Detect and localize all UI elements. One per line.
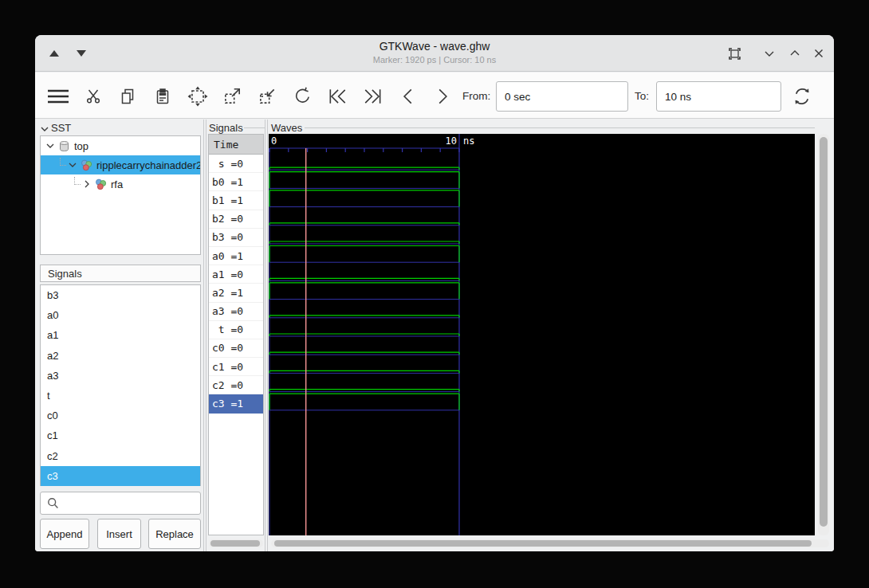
waves-hscrollbar[interactable] <box>271 539 829 547</box>
sst-expander-icon[interactable] <box>40 125 49 133</box>
reload-icon[interactable] <box>791 85 813 108</box>
module-spheres-icon <box>95 178 107 190</box>
waves-vscrollbar[interactable] <box>818 134 829 535</box>
from-input[interactable] <box>496 81 628 112</box>
expander-down-icon[interactable] <box>68 160 77 170</box>
maximize-icon[interactable] <box>786 45 804 62</box>
value-row-b1[interactable]: b1 =1 <box>209 191 263 210</box>
tree-node-ripplecarrychainadder20[interactable]: ripplecarrychainadder20 <box>41 155 200 174</box>
copy-icon[interactable] <box>116 85 139 108</box>
signal-list-item-a2[interactable]: a2 <box>41 346 200 366</box>
value-row-b3[interactable]: b3 =0 <box>209 229 263 247</box>
values-panel: Time s =0b0 =1b1 =1b2 =0b3 =0a0 =1a1 =0a… <box>208 134 264 535</box>
prev-edge-icon[interactable] <box>397 85 419 108</box>
signal-list-item-c3[interactable]: c3 <box>41 466 200 486</box>
values-hscrollbar[interactable] <box>209 539 263 547</box>
timeline-end-label: 10 <box>446 135 457 147</box>
goto-start-icon[interactable] <box>326 85 348 108</box>
zoom-in-icon[interactable] <box>221 85 243 108</box>
sst-tree: topripplecarrychainadder20rfa <box>40 135 201 255</box>
values-hscrollbar-thumb[interactable] <box>210 540 260 547</box>
window-title: GTKWave - wave.ghw <box>35 40 834 53</box>
timeline-start-label: 0 <box>271 135 277 147</box>
append-button[interactable]: Append <box>40 519 89 549</box>
waves-frame-line <box>305 127 815 128</box>
value-row-s[interactable]: s =0 <box>209 155 263 173</box>
waveform-plot: 010ns <box>269 134 815 535</box>
signal-list-item-b3[interactable]: b3 <box>41 285 200 305</box>
signal-list-item-a1[interactable]: a1 <box>41 325 200 345</box>
value-row-a1[interactable]: a1 =0 <box>209 265 263 284</box>
values-panel-label: Signals <box>209 122 243 134</box>
main-area: SST topripplecarrychainadder20rfa Signal… <box>35 120 834 551</box>
tree-node-label: top <box>74 140 88 152</box>
value-row-t[interactable]: t =0 <box>209 321 263 339</box>
signal-list-item-a0[interactable]: a0 <box>41 305 200 325</box>
next-edge-icon[interactable] <box>431 85 454 108</box>
tree-node-top[interactable]: top <box>41 136 200 155</box>
waves-panel-label: Waves <box>271 122 302 134</box>
waves-vscrollbar-thumb[interactable] <box>820 137 828 527</box>
to-label: To: <box>635 90 649 102</box>
value-row-c1[interactable]: c1 =0 <box>209 358 263 376</box>
sst-label: SST <box>51 122 71 134</box>
value-rows: s =0b0 =1b1 =1b2 =0b3 =0a0 =1a1 =0a2 =1a… <box>209 155 263 414</box>
splitter-right[interactable] <box>265 120 265 551</box>
signal-list-item-t[interactable]: t <box>41 386 200 406</box>
tree-node-label: rfa <box>111 178 123 190</box>
value-row-a2[interactable]: a2 =1 <box>209 284 263 302</box>
signal-list-item-c2[interactable]: c2 <box>41 446 200 466</box>
to-input[interactable] <box>656 81 781 112</box>
signals-list: b3a0a1a2a3tc0c1c2c3 <box>40 284 201 486</box>
close-icon[interactable] <box>810 45 828 62</box>
value-row-a3[interactable]: a3 =0 <box>209 303 263 321</box>
tree-node-rfa[interactable]: rfa <box>41 174 200 194</box>
tree-guide-line <box>74 177 81 185</box>
zoom-out-icon[interactable] <box>256 85 278 108</box>
value-row-b0[interactable]: b0 =1 <box>209 173 263 191</box>
fit-window-icon[interactable] <box>725 45 743 62</box>
signal-list-item-c1[interactable]: c1 <box>41 425 200 445</box>
value-row-c2[interactable]: c2 =0 <box>209 376 263 394</box>
undo-icon[interactable] <box>290 85 313 108</box>
marker-cursor-status: Marker: 1920 ps | Cursor: 10 ns <box>35 55 834 65</box>
cut-icon[interactable] <box>82 85 104 108</box>
toolbar: From: To: <box>35 73 834 119</box>
menu-icon[interactable] <box>45 85 72 108</box>
zoom-fit-icon[interactable] <box>187 85 209 108</box>
search-input[interactable] <box>40 492 201 515</box>
splitter-left-line2 <box>206 120 206 551</box>
tree-node-label: ripplecarrychainadder20 <box>96 159 200 171</box>
signal-list-item-a3[interactable]: a3 <box>41 366 200 386</box>
insert-button[interactable]: Insert <box>97 519 141 549</box>
value-row-c0[interactable]: c0 =0 <box>209 339 263 358</box>
timeline-unit-label: ns <box>463 135 474 147</box>
value-row-a0[interactable]: a0 =1 <box>209 247 263 265</box>
expander-down-icon[interactable] <box>45 141 55 151</box>
tree-guide-line <box>60 158 66 166</box>
value-row-c3[interactable]: c3 =1 <box>209 394 263 413</box>
expander-right-icon[interactable] <box>82 179 92 189</box>
goto-end-icon[interactable] <box>362 85 384 108</box>
value-row-b2[interactable]: b2 =0 <box>209 210 263 229</box>
splitter-left[interactable] <box>203 120 204 551</box>
waves-hscrollbar-thumb[interactable] <box>274 540 812 547</box>
paste-icon[interactable] <box>151 85 174 108</box>
from-label: From: <box>462 90 490 102</box>
titlebar[interactable]: GTKWave - wave.ghw Marker: 1920 ps | Cur… <box>35 35 834 72</box>
replace-button[interactable]: Replace <box>148 519 201 549</box>
wave-canvas[interactable]: 010ns <box>269 134 815 535</box>
time-column-header[interactable]: Time <box>209 135 263 155</box>
gtkwave-window: GTKWave - wave.ghw Marker: 1920 ps | Cur… <box>35 35 834 551</box>
module-spheres-icon <box>81 159 92 171</box>
splitter-right-line2 <box>267 120 268 551</box>
scope-cylinder-icon <box>58 140 70 152</box>
signals-panel-label: Signals <box>48 268 82 280</box>
search-icon <box>47 497 59 509</box>
signal-list-item-c0[interactable]: c0 <box>41 406 200 425</box>
signals-frame-header: Signals <box>40 265 201 282</box>
minimize-icon[interactable] <box>761 45 778 62</box>
values-frame-line <box>244 127 265 128</box>
